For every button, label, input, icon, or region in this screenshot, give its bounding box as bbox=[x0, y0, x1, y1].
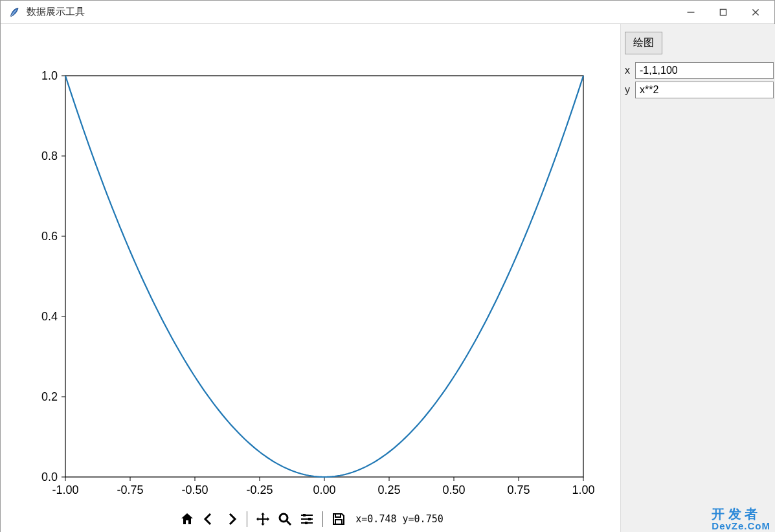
svg-text:1.0: 1.0 bbox=[41, 69, 58, 82]
content-area: -1.00-0.75-0.50-0.250.000.250.500.751.00… bbox=[1, 24, 774, 532]
sliders-icon[interactable] bbox=[298, 510, 316, 528]
y-field-row: y bbox=[621, 80, 775, 100]
toolbar-separator bbox=[322, 511, 323, 527]
app-window: 数据展示工具 -1.00-0.75-0.50-0.250.000.250.500… bbox=[0, 0, 775, 532]
move-icon[interactable] bbox=[254, 510, 272, 528]
arrow-right-icon[interactable] bbox=[222, 510, 240, 528]
svg-rect-43 bbox=[305, 522, 308, 524]
svg-text:0.75: 0.75 bbox=[507, 483, 530, 496]
svg-text:0.25: 0.25 bbox=[377, 483, 400, 496]
arrow-left-icon[interactable] bbox=[200, 510, 218, 528]
svg-rect-41 bbox=[308, 518, 311, 520]
x-label: x bbox=[625, 65, 635, 76]
svg-rect-39 bbox=[303, 514, 306, 516]
svg-text:1.00: 1.00 bbox=[572, 483, 594, 496]
zoom-icon[interactable] bbox=[276, 510, 294, 528]
y-input[interactable] bbox=[635, 82, 774, 98]
home-icon[interactable] bbox=[178, 510, 196, 528]
cursor-coords: x=0.748 y=0.750 bbox=[355, 513, 443, 525]
svg-text:-0.75: -0.75 bbox=[117, 483, 143, 496]
svg-text:0.8: 0.8 bbox=[41, 150, 58, 162]
svg-point-36 bbox=[280, 514, 287, 522]
feather-icon bbox=[8, 6, 21, 19]
x-field-row: x bbox=[621, 61, 775, 80]
svg-text:0.00: 0.00 bbox=[313, 483, 335, 496]
x-input[interactable] bbox=[635, 62, 774, 79]
svg-rect-2 bbox=[720, 9, 726, 15]
svg-text:0.50: 0.50 bbox=[442, 483, 465, 496]
window-title: 数据展示工具 bbox=[27, 6, 85, 18]
save-icon[interactable] bbox=[330, 510, 348, 528]
chart-svg: -1.00-0.75-0.50-0.250.000.250.500.751.00… bbox=[1, 24, 621, 511]
svg-text:0.2: 0.2 bbox=[41, 390, 58, 403]
minimize-button[interactable] bbox=[675, 1, 707, 24]
svg-line-37 bbox=[287, 521, 291, 525]
svg-text:0.4: 0.4 bbox=[41, 310, 58, 323]
svg-text:0.0: 0.0 bbox=[41, 471, 58, 483]
svg-rect-45 bbox=[335, 520, 342, 524]
plot-canvas[interactable]: -1.00-0.75-0.50-0.250.000.250.500.751.00… bbox=[1, 24, 621, 532]
close-button[interactable] bbox=[739, 1, 772, 24]
plot-button[interactable]: 绘图 bbox=[625, 32, 662, 54]
svg-text:-0.50: -0.50 bbox=[181, 483, 208, 496]
svg-rect-5 bbox=[65, 76, 583, 477]
side-panel: 绘图 x y bbox=[621, 24, 775, 532]
svg-rect-44 bbox=[335, 514, 341, 517]
y-label: y bbox=[625, 84, 635, 96]
plot-toolbar: x=0.748 y=0.750 bbox=[1, 508, 621, 530]
svg-text:-1.00: -1.00 bbox=[52, 483, 78, 496]
maximize-button[interactable] bbox=[707, 1, 739, 24]
toolbar-separator bbox=[247, 511, 247, 527]
svg-text:0.6: 0.6 bbox=[41, 230, 58, 243]
titlebar: 数据展示工具 bbox=[1, 1, 774, 24]
svg-text:-0.25: -0.25 bbox=[246, 483, 273, 496]
